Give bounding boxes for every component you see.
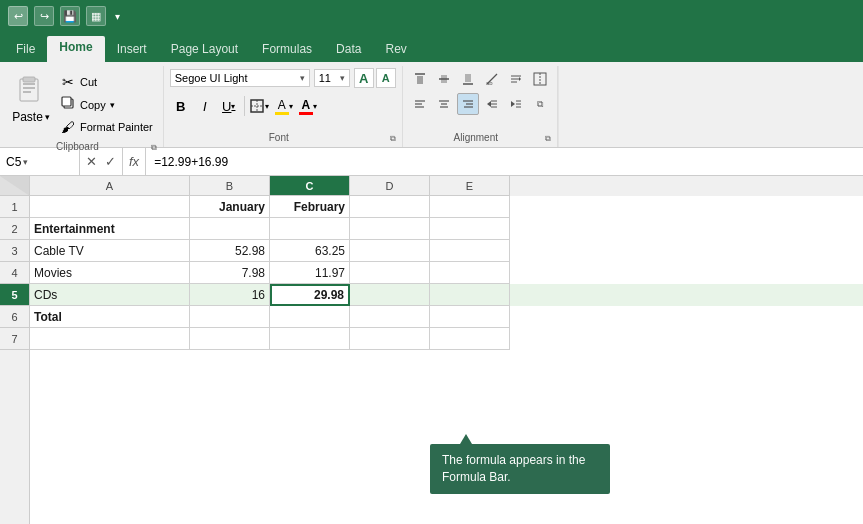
- cell-e7[interactable]: [430, 328, 510, 350]
- cell-e5[interactable]: [430, 284, 510, 306]
- cell-b1[interactable]: January: [190, 196, 270, 218]
- borders-button[interactable]: ▾: [249, 95, 271, 117]
- tab-insert[interactable]: Insert: [105, 38, 159, 62]
- cell-a3[interactable]: Cable TV: [30, 240, 190, 262]
- format-dialog-button[interactable]: ⧉: [529, 93, 551, 115]
- tab-file[interactable]: File: [4, 38, 47, 62]
- tab-data[interactable]: Data: [324, 38, 373, 62]
- cell-a2[interactable]: Entertainment: [30, 218, 190, 240]
- align-bottom-button[interactable]: [457, 68, 479, 90]
- cell-c3[interactable]: 63.25: [270, 240, 350, 262]
- format-painter-button[interactable]: 🖌 Format Painter: [56, 117, 157, 137]
- row-header-3[interactable]: 3: [0, 240, 29, 262]
- decrease-indent-button[interactable]: [481, 93, 503, 115]
- svg-marker-36: [511, 101, 515, 107]
- cell-d1[interactable]: [350, 196, 430, 218]
- cell-d5[interactable]: [350, 284, 430, 306]
- col-header-e[interactable]: E: [430, 176, 510, 196]
- cell-e4[interactable]: [430, 262, 510, 284]
- cell-a1[interactable]: [30, 196, 190, 218]
- cell-b5[interactable]: 16: [190, 284, 270, 306]
- paste-dropdown-arrow[interactable]: ▾: [45, 112, 50, 122]
- cell-e3[interactable]: [430, 240, 510, 262]
- cell-a6[interactable]: Total: [30, 306, 190, 328]
- font-size-dropdown[interactable]: ▾: [340, 73, 345, 83]
- cell-b3[interactable]: 52.98: [190, 240, 270, 262]
- cell-c2[interactable]: [270, 218, 350, 240]
- cell-b4[interactable]: 7.98: [190, 262, 270, 284]
- align-center-button[interactable]: [433, 93, 455, 115]
- align-left-button[interactable]: [409, 93, 431, 115]
- font-name-dropdown[interactable]: ▾: [300, 73, 305, 83]
- merge-center-button[interactable]: [529, 68, 551, 90]
- increase-font-size-button[interactable]: A: [354, 68, 374, 88]
- row-header-2[interactable]: 2: [0, 218, 29, 240]
- formula-input[interactable]: [146, 148, 863, 175]
- name-box-dropdown[interactable]: ▾: [23, 157, 28, 167]
- redo-button[interactable]: ↪: [34, 6, 54, 26]
- cut-button[interactable]: ✂ Cut: [56, 72, 157, 92]
- cell-c5[interactable]: 29.98: [270, 284, 350, 306]
- cell-e6[interactable]: [430, 306, 510, 328]
- row-header-6[interactable]: 6: [0, 306, 29, 328]
- cell-c1[interactable]: February: [270, 196, 350, 218]
- align-top-button[interactable]: [409, 68, 431, 90]
- cell-c4[interactable]: 11.97: [270, 262, 350, 284]
- cell-a4[interactable]: Movies: [30, 262, 190, 284]
- cell-reference: C5: [6, 155, 21, 169]
- confirm-formula-icon[interactable]: ✓: [103, 154, 118, 169]
- tab-review[interactable]: Rev: [373, 38, 418, 62]
- row-header-top-corner: [0, 176, 29, 196]
- paste-label: Paste: [12, 110, 43, 124]
- wrap-text-button[interactable]: [505, 68, 527, 90]
- row-header-1[interactable]: 1: [0, 196, 29, 218]
- cell-d3[interactable]: [350, 240, 430, 262]
- increase-indent-button[interactable]: [505, 93, 527, 115]
- row-header-4[interactable]: 4: [0, 262, 29, 284]
- col-header-d[interactable]: D: [350, 176, 430, 196]
- tab-page-layout[interactable]: Page Layout: [159, 38, 250, 62]
- italic-button[interactable]: I: [194, 95, 216, 117]
- col-header-c[interactable]: C: [270, 176, 350, 196]
- font-color-button[interactable]: A ▾: [297, 95, 319, 117]
- save-button[interactable]: 💾: [60, 6, 80, 26]
- cell-e1[interactable]: [430, 196, 510, 218]
- cell-d2[interactable]: [350, 218, 430, 240]
- alignment-expand-icon[interactable]: ⧉: [545, 134, 551, 144]
- undo-button[interactable]: ↩: [8, 6, 28, 26]
- row-header-7[interactable]: 7: [0, 328, 29, 350]
- cell-d4[interactable]: [350, 262, 430, 284]
- align-right-button[interactable]: [457, 93, 479, 115]
- fill-color-button[interactable]: A ▾: [273, 95, 295, 117]
- cell-c7[interactable]: [270, 328, 350, 350]
- cell-e2[interactable]: [430, 218, 510, 240]
- align-middle-button[interactable]: [433, 68, 455, 90]
- copy-button[interactable]: Copy ▾: [56, 94, 157, 115]
- col-header-b[interactable]: B: [190, 176, 270, 196]
- cell-d6[interactable]: [350, 306, 430, 328]
- font-size-display: 11: [319, 72, 331, 84]
- cell-a5[interactable]: CDs: [30, 284, 190, 306]
- cell-b2[interactable]: [190, 218, 270, 240]
- cell-c6[interactable]: [270, 306, 350, 328]
- svg-rect-3: [23, 87, 35, 89]
- cell-d7[interactable]: [350, 328, 430, 350]
- col-header-a[interactable]: A: [30, 176, 190, 196]
- row-header-5[interactable]: 5: [0, 284, 29, 306]
- cancel-formula-icon[interactable]: ✕: [84, 154, 99, 169]
- orientation-button[interactable]: ab: [481, 68, 503, 90]
- cell-b7[interactable]: [190, 328, 270, 350]
- customize-qat-button[interactable]: ▦: [86, 6, 106, 26]
- font-expand-icon[interactable]: ⧉: [390, 134, 396, 144]
- cell-b6[interactable]: [190, 306, 270, 328]
- clipboard-expand-icon[interactable]: ⧉: [151, 143, 157, 153]
- qat-dropdown[interactable]: ▾: [112, 11, 123, 22]
- decrease-font-size-button[interactable]: A: [376, 68, 396, 88]
- paste-button[interactable]: Paste ▾: [6, 70, 56, 128]
- tab-formulas[interactable]: Formulas: [250, 38, 324, 62]
- cell-a7[interactable]: [30, 328, 190, 350]
- bold-button[interactable]: B: [170, 95, 192, 117]
- tab-home[interactable]: Home: [47, 36, 104, 62]
- format-painter-icon: 🖌: [60, 119, 76, 135]
- underline-button[interactable]: U ▾: [218, 95, 240, 117]
